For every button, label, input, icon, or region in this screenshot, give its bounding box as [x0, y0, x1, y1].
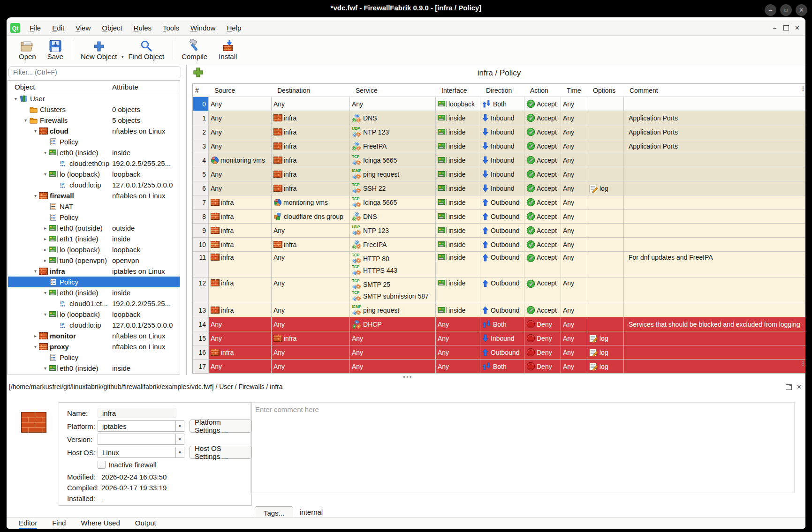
source-cell[interactable]: infra	[209, 224, 272, 237]
time-cell[interactable]: Any	[561, 238, 587, 251]
comment-cell[interactable]	[624, 277, 805, 303]
rule-row-16[interactable]: 16infraAnyAnyAnyOutboundDenyAnylog	[193, 345, 805, 360]
rule-number[interactable]: 13	[193, 303, 209, 317]
time-cell[interactable]: Any	[561, 303, 587, 317]
options-cell[interactable]	[587, 252, 624, 277]
destination-cell[interactable]: infra	[272, 125, 350, 139]
options-cell[interactable]	[587, 139, 624, 153]
tree-expander-icon[interactable]: ▾	[42, 366, 48, 371]
menu-window[interactable]: Window	[185, 22, 221, 34]
time-cell[interactable]: Any	[561, 111, 587, 125]
direction-cell[interactable]: Outbound	[480, 195, 524, 209]
rule-number[interactable]: 17	[193, 360, 209, 373]
source-cell[interactable]: Any	[209, 139, 272, 153]
options-cell[interactable]	[587, 167, 624, 181]
source-cell[interactable]: infra	[209, 238, 272, 251]
new-object-button[interactable]: New Object▾	[75, 37, 123, 62]
tree-item-user[interactable]: ▾User	[8, 93, 180, 104]
direction-cell[interactable]: Outbound	[480, 252, 524, 277]
options-cell[interactable]	[587, 303, 624, 317]
source-cell[interactable]: Any	[209, 181, 272, 195]
destination-cell[interactable]: Any	[272, 97, 350, 111]
tree-item-cloud[interactable]: ▾cloudnftables on Linux	[8, 126, 180, 136]
options-cell[interactable]: log	[587, 345, 624, 359]
save-button[interactable]: Save	[42, 37, 69, 62]
tree-item-policy[interactable]: Policy	[8, 352, 180, 363]
interface-cell[interactable]: inside	[436, 153, 480, 167]
version-select[interactable]: ▼	[98, 434, 184, 445]
source-cell[interactable]: infra	[209, 252, 272, 277]
options-cell[interactable]	[587, 125, 624, 139]
destination-cell[interactable]: Any	[272, 252, 350, 277]
rule-row-6[interactable]: 6AnyinfraTCPSSH 22insideInboundAcceptAny…	[193, 181, 805, 195]
action-cell[interactable]: Deny	[524, 317, 561, 331]
time-cell[interactable]: Any	[561, 210, 587, 223]
source-cell[interactable]: infra	[209, 210, 272, 223]
menu-help[interactable]: Help	[221, 22, 247, 34]
interface-cell[interactable]: inside	[436, 252, 480, 277]
comment-cell[interactable]: Services that should be blocked and excl…	[624, 317, 805, 331]
source-cell[interactable]: Any	[209, 111, 272, 125]
destination-cell[interactable]: infra	[272, 111, 350, 125]
rule-number[interactable]: 16	[193, 345, 209, 359]
comment-cell[interactable]: For dnf updates and FreeIPA	[624, 252, 805, 277]
rule-row-14[interactable]: 14AnyAnyDHCPAnyBothDenyAnyServices that …	[193, 317, 805, 331]
comment-cell[interactable]	[624, 345, 805, 359]
direction-cell[interactable]: Outbound	[480, 303, 524, 317]
source-cell[interactable]: monitoring vms	[209, 153, 272, 167]
time-cell[interactable]: Any	[561, 224, 587, 237]
rule-number[interactable]: 9	[193, 224, 209, 237]
rule-row-7[interactable]: 7inframonitoring vmsTCPIcinga 5665inside…	[193, 195, 805, 210]
tree-expander-icon[interactable]: ▸	[42, 225, 48, 231]
interface-cell[interactable]: inside	[436, 195, 480, 209]
comment-cell[interactable]	[624, 210, 805, 223]
tree-item-cloud-lo-ip[interactable]: IPcloud:lo:ip127.0.0.1/255.0.0.0	[8, 320, 180, 330]
comment-cell[interactable]	[624, 331, 805, 345]
interface-cell[interactable]: Any	[436, 345, 480, 359]
tab-find[interactable]: Find	[52, 517, 66, 529]
time-cell[interactable]: Any	[561, 317, 587, 331]
rule-row-0[interactable]: 0AnyAnyAnyloopbackBothAcceptAny	[193, 97, 805, 111]
comment-cell[interactable]	[624, 153, 805, 167]
comment-cell[interactable]	[624, 181, 805, 195]
tree-expander-icon[interactable]: ▾	[23, 118, 29, 123]
hostos-select[interactable]: Linux▼	[98, 447, 184, 458]
tree-item-tun0-openvpn[interactable]: ▸tun0 (openvpn)openvpn	[8, 255, 180, 266]
direction-cell[interactable]: Inbound	[480, 181, 524, 195]
action-cell[interactable]: Accept	[524, 153, 561, 167]
rule-row-1[interactable]: 1AnyinfraDNSinsideInboundAcceptAnyApplic…	[193, 111, 805, 125]
options-cell[interactable]	[587, 317, 624, 331]
time-cell[interactable]: Any	[561, 167, 587, 181]
time-cell[interactable]: Any	[561, 277, 587, 303]
source-cell[interactable]: Any	[209, 97, 272, 111]
tree-expander-icon[interactable]: ▾	[42, 290, 48, 295]
destination-cell[interactable]: Any	[272, 317, 350, 331]
tree-expander-icon[interactable]: ▾	[32, 344, 38, 349]
tree-item-nat[interactable]: NAT	[8, 201, 180, 212]
destination-cell[interactable]: infra	[272, 153, 350, 167]
tree-item-firewall[interactable]: ▾firewallnftables on Linux	[8, 190, 180, 201]
source-cell[interactable]: infra	[209, 303, 272, 317]
tree-expander-icon[interactable]: ▸	[32, 333, 38, 338]
action-cell[interactable]: Accept	[524, 277, 561, 303]
tree-item-eth0-inside[interactable]: ▾eth0 (inside)inside	[8, 147, 180, 158]
tree-expander-icon[interactable]: ▾	[42, 172, 48, 177]
destination-cell[interactable]: infra	[272, 139, 350, 153]
name-field[interactable]: infra	[98, 408, 176, 418]
tab-editor[interactable]: Editor	[19, 517, 37, 529]
service-cell[interactable]: Any	[350, 97, 436, 111]
filter-input[interactable]	[8, 66, 181, 78]
rule-number[interactable]: 0	[193, 97, 209, 111]
mdi-restore-button[interactable]	[782, 24, 789, 31]
destination-cell[interactable]: infra	[272, 181, 350, 195]
action-cell[interactable]: Accept	[524, 111, 561, 125]
destination-cell[interactable]: infra	[272, 331, 350, 345]
source-cell[interactable]: Any	[209, 125, 272, 139]
time-cell[interactable]: Any	[561, 331, 587, 345]
menu-view[interactable]: View	[70, 22, 96, 34]
open-button[interactable]: Open	[13, 37, 42, 62]
time-cell[interactable]: Any	[561, 252, 587, 277]
time-cell[interactable]: Any	[561, 345, 587, 359]
action-cell[interactable]: Accept	[524, 97, 561, 111]
tree-item-eth0-inside[interactable]: ▾eth0 (inside)inside	[8, 287, 180, 298]
